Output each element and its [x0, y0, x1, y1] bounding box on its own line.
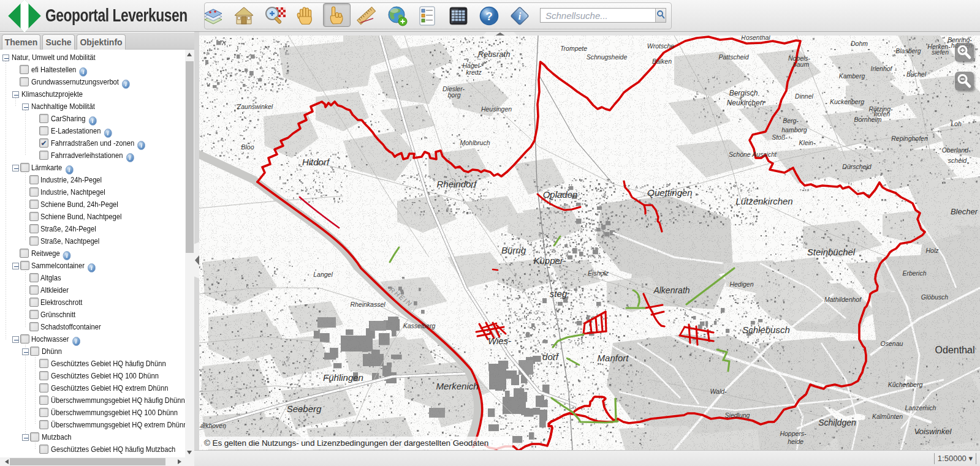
svg-text:Küchenberg: Küchenberg [888, 381, 923, 388]
svg-text:Pattscheid: Pattscheid [718, 53, 749, 61]
svg-text:Seeberg: Seeberg [287, 404, 322, 414]
svg-text:Glöbusch: Glöbusch [921, 293, 949, 301]
svg-text:Kasselberg: Kasselberg [403, 322, 436, 329]
svg-text:borg: borg [447, 91, 460, 99]
svg-text:Eisholz: Eisholz [588, 269, 609, 277]
svg-text:steg: steg [550, 288, 568, 299]
svg-text:Hoppers-: Hoppers- [780, 430, 807, 437]
svg-text:Blasberg: Blasberg [895, 47, 921, 54]
svg-text:Rheindorf: Rheindorf [436, 179, 477, 189]
svg-text:Siedlung: Siedlung [725, 412, 750, 419]
svg-text:Odenthal: Odenthal [935, 345, 975, 355]
svg-text:Oberland-: Oberland- [942, 146, 971, 154]
svg-text:Küpper-: Küpper- [533, 255, 566, 266]
svg-text:Rheinkassel: Rheinkassel [350, 301, 386, 308]
svg-text:alkhoven: alkhoven [200, 422, 226, 429]
svg-text:siefen: siefen [932, 48, 949, 56]
svg-text:Holz: Holz [925, 247, 939, 254]
svg-text:Manfort: Manfort [598, 353, 629, 363]
svg-text:Büchel: Büchel [906, 70, 927, 78]
svg-text:Lützenkirchen: Lützenkirchen [735, 196, 792, 206]
svg-text:Lanzemich: Lanzemich [905, 404, 936, 412]
svg-text:Stoß-: Stoß- [772, 133, 788, 141]
svg-text:dorf: dorf [542, 351, 560, 362]
svg-text:Blecher: Blecher [951, 207, 978, 216]
svg-text:baum: baum [793, 61, 810, 68]
svg-text:Schlebusch: Schlebusch [742, 325, 790, 335]
svg-text:Alkenrath: Alkenrath [653, 285, 689, 295]
svg-text:Bornheim: Bornheim [854, 116, 882, 123]
svg-text:Schöne Aussicht: Schöne Aussicht [729, 151, 777, 158]
svg-text:Kuckenberg: Kuckenberg [830, 98, 864, 105]
svg-text:Loh: Loh [951, 120, 962, 127]
svg-text:Repinghofen: Repinghofen [891, 135, 928, 142]
svg-text:Mathildenhof: Mathildenhof [824, 296, 862, 303]
svg-text:Steinbüchel: Steinbüchel [807, 247, 856, 257]
svg-text:Trompete: Trompete [560, 45, 587, 52]
svg-text:Erberich: Erberich [902, 269, 926, 277]
svg-text:Hedigen: Hedigen [729, 280, 753, 288]
svg-text:Dohm: Dohm [851, 40, 868, 47]
svg-text:kreuz: kreuz [466, 69, 482, 76]
svg-text:Mohlbruch: Mohlbruch [460, 139, 490, 146]
svg-text:Zaunswinkel: Zaunswinkel [237, 103, 273, 110]
svg-text:Wies-: Wies- [488, 336, 511, 346]
svg-text:i: i [518, 11, 522, 21]
svg-text:Bergisch: Bergisch [729, 89, 758, 97]
svg-text:Schnugsheide: Schnugsheide [587, 53, 628, 61]
svg-text:Langel: Langel [313, 271, 333, 278]
svg-text:Irlenhof: Irlenhof [870, 65, 892, 72]
svg-text:Quettingen: Quettingen [647, 187, 692, 198]
svg-text:Merkenich: Merkenich [436, 381, 478, 391]
svg-text:Berg-: Berg- [783, 117, 799, 124]
svg-text:Bürrig: Bürrig [501, 245, 526, 255]
svg-text:Reusrath: Reusrath [478, 50, 511, 59]
svg-text:Dinnel: Dinnel [795, 92, 813, 100]
svg-text:Wrotsche: Wrotsche [647, 42, 675, 50]
svg-text:scheid: scheid [948, 157, 968, 164]
svg-text:Wald-: Wald- [710, 388, 727, 395]
svg-text:Voiswinkel: Voiswinkel [914, 427, 952, 436]
svg-text:Opladen: Opladen [543, 189, 578, 200]
svg-text:Klein-: Klein- [799, 139, 816, 146]
svg-text:Neukirchen: Neukirchen [727, 99, 764, 107]
svg-text:?: ? [485, 10, 493, 23]
svg-text:Rosenthal: Rosenthal [741, 36, 770, 41]
svg-text:Balken: Balken [652, 58, 672, 65]
svg-text:Hitdorf: Hitdorf [302, 157, 330, 167]
svg-text:Heusingen: Heusingen [481, 105, 512, 113]
svg-text:Kalmünten: Kalmünten [872, 413, 903, 420]
svg-text:Schildgen: Schildgen [818, 418, 856, 427]
svg-text:Osenau: Osenau [881, 340, 903, 347]
svg-text:Bloo: Bloo [241, 143, 254, 151]
svg-text:Kamberg: Kamberg [839, 72, 865, 80]
svg-text:Dürscheid: Dürscheid [842, 163, 872, 170]
svg-text:Fühlingen: Fühlingen [323, 372, 363, 383]
svg-text:hamborg: hamborg [781, 126, 807, 133]
svg-text:heide: heide [788, 438, 803, 445]
